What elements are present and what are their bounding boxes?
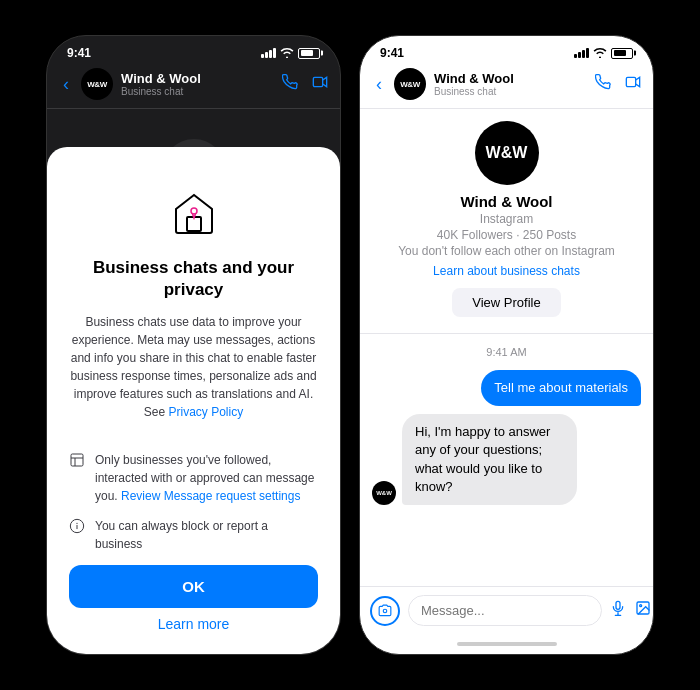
- time-left: 9:41: [67, 46, 91, 60]
- info-text-1: Only businesses you've followed, interac…: [95, 451, 318, 505]
- info-circle-icon: [69, 518, 85, 538]
- status-bar-right: 9:41: [360, 36, 653, 64]
- info-row-1: Only businesses you've followed, interac…: [69, 451, 318, 505]
- time-right: 9:41: [380, 46, 404, 60]
- messages-area: 9:41 AM Tell me about materials W&W Hi, …: [360, 334, 653, 586]
- nav-subtitle-right: Business chat: [434, 86, 587, 97]
- svg-point-2: [191, 208, 197, 214]
- nav-actions-right: [595, 74, 641, 94]
- status-bar-left: 9:41: [47, 36, 340, 64]
- received-avatar: W&W: [372, 481, 396, 505]
- video-icon-right[interactable]: [625, 74, 641, 94]
- svg-rect-9: [616, 601, 620, 609]
- svg-rect-0: [313, 77, 322, 86]
- nav-info-left: Wind & Wool Business chat: [121, 71, 274, 97]
- nav-actions-left: [282, 74, 328, 94]
- profile-stats: 40K Followers · 250 Posts: [437, 228, 576, 242]
- info-text-2: You can always block or report a busines…: [95, 517, 318, 553]
- profile-avatar: W&W: [475, 121, 539, 185]
- status-icons-right: [574, 48, 633, 59]
- image-icon[interactable]: [634, 600, 652, 621]
- nav-bar-left: ‹ W&W Wind & Wool Business chat: [47, 64, 340, 109]
- info-row-2: You can always block or report a busines…: [69, 517, 318, 553]
- profile-learn-link[interactable]: Learn about business chats: [433, 264, 580, 278]
- nav-title-right: Wind & Wool: [434, 71, 587, 86]
- home-bar-left: [144, 642, 244, 646]
- home-bar-right: [457, 642, 557, 646]
- phone-icon[interactable]: [282, 74, 298, 94]
- house-icon: [168, 187, 220, 243]
- nav-title-left: Wind & Wool: [121, 71, 274, 86]
- svg-point-8: [383, 609, 387, 613]
- building-icon: [69, 452, 85, 472]
- svg-rect-7: [626, 77, 635, 86]
- received-message-row: W&W Hi, I'm happy to answer any of your …: [372, 414, 641, 505]
- back-button-left[interactable]: ‹: [59, 72, 73, 97]
- profile-platform: Instagram: [480, 212, 533, 226]
- home-indicator-right: [360, 634, 653, 654]
- profile-follow-status: You don't follow each other on Instagram: [398, 244, 615, 258]
- signal-icon-right: [574, 48, 589, 58]
- wifi-icon-right: [593, 48, 607, 58]
- view-profile-button[interactable]: View Profile: [452, 288, 560, 317]
- privacy-policy-link[interactable]: Privacy Policy: [169, 405, 244, 419]
- svg-point-13: [640, 605, 642, 607]
- modal-title: Business chats and your privacy: [69, 257, 318, 301]
- status-icons-left: [261, 48, 320, 59]
- nav-info-right: Wind & Wool Business chat: [434, 71, 587, 97]
- avatar-right: W&W: [394, 68, 426, 100]
- svg-rect-3: [71, 454, 83, 466]
- wifi-icon: [280, 48, 294, 58]
- phone-icon-right[interactable]: [595, 74, 611, 94]
- sent-message-row: Tell me about materials: [372, 370, 641, 406]
- battery-icon-right: [611, 48, 633, 59]
- profile-header: W&W Wind & Wool Instagram 40K Followers …: [360, 109, 653, 334]
- video-icon[interactable]: [312, 74, 328, 94]
- right-phone: 9:41 ‹ W&W Wind & Wool Business chat: [359, 35, 654, 655]
- battery-icon: [298, 48, 320, 59]
- camera-button[interactable]: [370, 596, 400, 626]
- message-timestamp: 9:41 AM: [372, 346, 641, 358]
- message-input[interactable]: [408, 595, 602, 626]
- received-bubble: Hi, I'm happy to answer any of your ques…: [402, 414, 577, 505]
- back-button-right[interactable]: ‹: [372, 72, 386, 97]
- learn-more-link[interactable]: Learn more: [158, 616, 230, 632]
- input-bar: [360, 586, 653, 634]
- chat-content: W&W Wind & Wool Instagram 40K Followers …: [360, 109, 653, 634]
- ok-button[interactable]: OK: [69, 565, 318, 608]
- avatar-left: W&W: [81, 68, 113, 100]
- nav-subtitle-left: Business chat: [121, 86, 274, 97]
- left-phone: 9:41 ‹ W&W Wind & Wool Business chat: [46, 35, 341, 655]
- profile-name: Wind & Wool: [460, 193, 552, 210]
- review-settings-link[interactable]: Review Message request settings: [121, 489, 300, 503]
- modal-description: Business chats use data to improve your …: [69, 313, 318, 421]
- nav-bar-right: ‹ W&W Wind & Wool Business chat: [360, 64, 653, 109]
- mic-icon[interactable]: [610, 599, 626, 622]
- signal-icon: [261, 48, 276, 58]
- privacy-modal: Business chats and your privacy Business…: [47, 147, 340, 654]
- sent-bubble: Tell me about materials: [481, 370, 641, 406]
